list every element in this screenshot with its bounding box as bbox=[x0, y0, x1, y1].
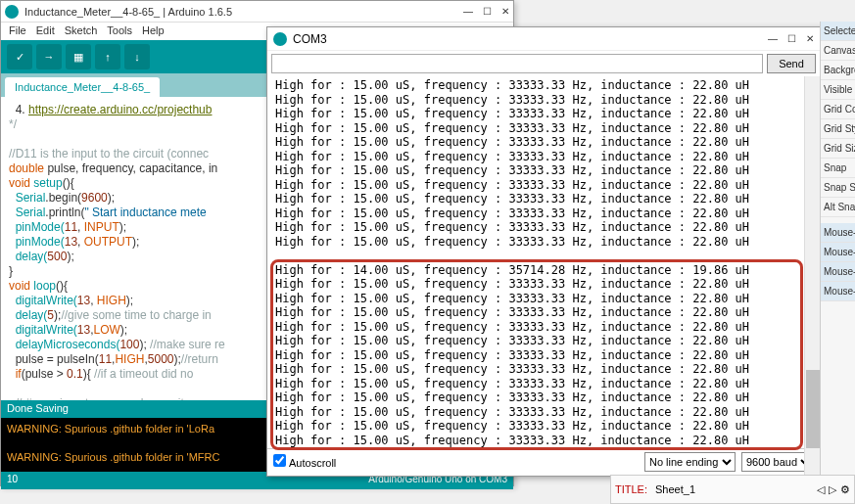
rp-grid-size[interactable]: Grid Size bbox=[821, 139, 855, 159]
sketch-tab[interactable]: Inductance_Meter__4-8-65_ bbox=[5, 77, 160, 97]
menu-sketch[interactable]: Sketch bbox=[65, 24, 98, 38]
ide-titlebar: Inductance_Meter__4-8-65_ | Arduino 1.6.… bbox=[1, 1, 513, 23]
menu-tools[interactable]: Tools bbox=[107, 24, 132, 38]
rp-mouse-dx: Mouse-DX bbox=[821, 262, 855, 282]
maximize-button[interactable]: ☐ bbox=[483, 6, 492, 17]
scrollbar[interactable] bbox=[804, 76, 820, 476]
serial-monitor-window: COM3 — ☐ ✕ Send High for : 15.00 uS, fre… bbox=[266, 26, 821, 477]
maximize-button[interactable]: ☐ bbox=[787, 33, 796, 44]
send-button[interactable]: Send bbox=[767, 54, 816, 73]
serial-title: COM3 bbox=[293, 32, 768, 46]
baud-select[interactable]: 9600 baud bbox=[741, 452, 814, 472]
close-button[interactable]: ✕ bbox=[806, 33, 814, 44]
settings-icon[interactable]: ⚙ bbox=[840, 483, 850, 496]
properties-panel: Selected O Canvas: Backgroun Visible Gri… bbox=[820, 22, 855, 481]
rp-canvas[interactable]: Canvas: bbox=[821, 41, 855, 61]
menu-help[interactable]: Help bbox=[142, 24, 165, 38]
nav-left-icon[interactable]: ◁ bbox=[817, 483, 825, 496]
sheet-name[interactable]: Sheet_1 bbox=[655, 483, 695, 495]
serial-input-row: Send bbox=[267, 51, 820, 76]
rp-background[interactable]: Backgroun bbox=[821, 61, 855, 80]
ide-title: Inductance_Meter__4-8-65_ | Arduino 1.6.… bbox=[24, 6, 463, 18]
rp-mouse-x: Mouse-X bbox=[821, 223, 855, 243]
upload-button[interactable]: → bbox=[36, 44, 62, 69]
close-button[interactable]: ✕ bbox=[501, 6, 509, 17]
line-number: 10 bbox=[7, 474, 18, 487]
hub-link[interactable]: https://create.arduino.cc/projecthub bbox=[28, 103, 212, 116]
minimize-button[interactable]: — bbox=[768, 33, 778, 44]
rp-grid-style[interactable]: Grid Style bbox=[821, 119, 855, 139]
rp-grid-color[interactable]: Grid Color bbox=[821, 100, 855, 119]
scroll-thumb[interactable] bbox=[806, 370, 820, 448]
new-button[interactable]: ▦ bbox=[66, 44, 91, 69]
rp-snap[interactable]: Snap bbox=[821, 159, 855, 178]
line-ending-select[interactable]: No line ending bbox=[644, 452, 736, 472]
arduino-logo-icon bbox=[273, 32, 287, 46]
save-button[interactable]: ↓ bbox=[124, 44, 150, 69]
rp-mouse-dy: Mouse-DY bbox=[821, 282, 855, 301]
title-label: TITLE: bbox=[615, 483, 647, 495]
autoscroll-checkbox[interactable]: Autoscroll bbox=[273, 454, 336, 469]
minimize-button[interactable]: — bbox=[463, 6, 473, 17]
arduino-logo-icon bbox=[5, 5, 19, 19]
rp-alt-snap[interactable]: Alt Snap bbox=[821, 198, 855, 217]
serial-titlebar: COM3 — ☐ ✕ bbox=[267, 27, 820, 51]
rp-selected[interactable]: Selected O bbox=[821, 22, 855, 41]
serial-output[interactable]: High for : 15.00 uS, frequency : 33333.3… bbox=[267, 76, 820, 448]
sheet-bar: TITLE: Sheet_1 ◁ ▷ ⚙ bbox=[610, 475, 855, 504]
menu-edit[interactable]: Edit bbox=[36, 24, 55, 38]
nav-right-icon[interactable]: ▷ bbox=[829, 483, 836, 496]
rp-mouse-y: Mouse-Y bbox=[821, 243, 855, 262]
open-button[interactable]: ↑ bbox=[95, 44, 120, 69]
menu-file[interactable]: File bbox=[9, 24, 26, 38]
rp-visible-grid[interactable]: Visible Gri bbox=[821, 80, 855, 100]
verify-button[interactable]: ✓ bbox=[7, 44, 32, 69]
rp-snap-size[interactable]: Snap Size bbox=[821, 178, 855, 198]
serial-footer: Autoscroll No line ending 9600 baud bbox=[267, 448, 820, 474]
serial-input[interactable] bbox=[271, 54, 763, 73]
